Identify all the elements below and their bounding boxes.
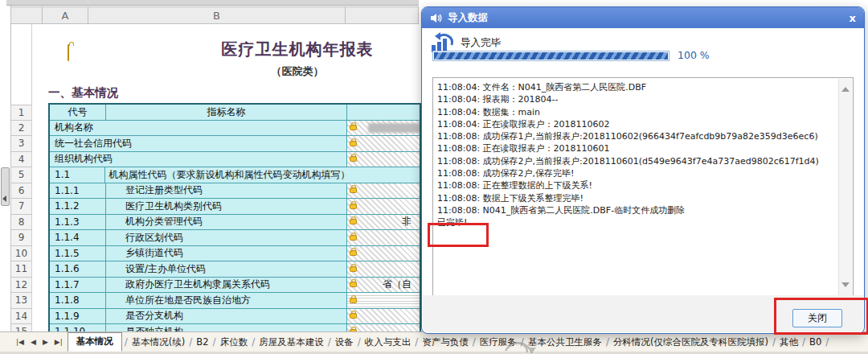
row-number[interactable]: 10 — [10, 246, 32, 262]
row-label: 政府办医疗卫生机构隶属关系代码 — [106, 278, 347, 293]
column-header-b[interactable]: B — [88, 6, 346, 24]
form-title: 医疗卫生机构年报表 — [56, 39, 421, 60]
table-row: 组织机构代码 — [50, 152, 420, 168]
lock-icon — [350, 219, 357, 224]
column-header-a[interactable]: A — [43, 6, 88, 24]
tab-nav-button[interactable]: |◀ — [13, 338, 27, 346]
sheet-tab[interactable]: 其他 — [776, 334, 801, 351]
row-code: 1.1.8 — [50, 293, 106, 308]
value-cell[interactable] — [347, 293, 420, 308]
sheet-tab[interactable]: B0 — [806, 334, 825, 350]
import-data-dialog: 导入数据 x 导入完毕 100 % 11:08:04: 文件名：N041_陕西省… — [421, 6, 865, 334]
log-scrollbar[interactable] — [838, 79, 852, 295]
dialog-titlebar[interactable]: 导入数据 x — [422, 7, 864, 28]
sheet-tab[interactable]: 床位数 — [217, 334, 252, 351]
table-row: 1.1.7政府办医疗卫生机构隶属关系代码省（自 — [50, 278, 420, 294]
row-number[interactable]: 9 — [10, 230, 32, 246]
row-number[interactable]: 2 — [10, 121, 32, 137]
row-code: 1.1.1 — [50, 183, 106, 199]
lock-icon — [350, 235, 357, 241]
close-icon[interactable]: x — [850, 13, 856, 23]
sheet-tab[interactable]: 基本情况(续) — [129, 334, 188, 351]
log-line: 11:08:08: N041_陕西省第二人民医院.DBF-临时文件成功删除 — [437, 204, 833, 216]
tab-nav-button[interactable]: ◀ — [27, 338, 39, 346]
sheet-tab[interactable]: 分科情况(仅综合医院及专科医院填报) — [610, 334, 772, 351]
value-cell[interactable] — [347, 152, 420, 167]
value-cell[interactable] — [347, 309, 420, 324]
sheet-tab[interactable]: B2 — [193, 334, 211, 350]
select-all-corner[interactable] — [10, 6, 43, 24]
lock-icon — [350, 313, 357, 319]
lock-icon — [350, 250, 357, 256]
value-cell[interactable] — [347, 324, 420, 331]
sheet-tab[interactable]: 资产与负债 — [419, 334, 472, 351]
scroll-up-icon[interactable] — [841, 87, 850, 92]
tab-nav-button[interactable]: ▶| — [51, 338, 66, 346]
value-cell[interactable] — [347, 121, 420, 136]
lock-icon — [350, 204, 357, 209]
row-code: 1.1.6 — [50, 261, 106, 277]
sheet-tab[interactable]: 基本情况 — [68, 332, 122, 352]
row-number[interactable]: 1 — [10, 105, 32, 121]
row-number[interactable]: 4 — [10, 152, 32, 168]
column-header-c[interactable] — [346, 6, 419, 24]
annotation-box-close — [774, 298, 868, 335]
table-row: 1.1.5乡镇街道代码 — [50, 246, 420, 262]
row-number[interactable]: 7 — [10, 199, 32, 215]
table-row: 1.1.3机构分类管理代码非 — [50, 215, 420, 231]
log-line: 11:08:08: 成功保存2户,当前报表户:2018110601(d549e9… — [437, 155, 833, 167]
row-number[interactable]: 12 — [10, 278, 32, 294]
log-line: 11:08:04: 报表期：201804-- — [437, 93, 833, 105]
header-code: 代号 — [50, 105, 106, 120]
header-name: 指标名称 — [106, 105, 347, 120]
row-number[interactable]: 5 — [10, 167, 32, 183]
row-label: 机构属性代码（要求新设机构和属性代码变动机构填写） — [105, 167, 420, 183]
value-cell[interactable]: 非 — [347, 215, 420, 230]
row-label: 单位所在地是否民族自治地方 — [106, 293, 347, 308]
row-number[interactable]: 13 — [10, 293, 32, 309]
value-cell[interactable] — [347, 183, 420, 199]
row-number[interactable]: 6 — [10, 183, 32, 200]
table-row: 1.1.4行政区划代码 — [50, 230, 420, 246]
import-log-area[interactable]: 11:08:04: 文件名：N041_陕西省第二人民医院.DBF11:08:04… — [432, 77, 854, 297]
value-cell[interactable] — [347, 136, 420, 151]
row-number[interactable]: 3 — [10, 136, 32, 152]
sheet-tab[interactable]: 收入与支出 — [362, 334, 415, 351]
value-cell[interactable] — [347, 105, 420, 120]
log-line: 11:08:04: 正在读取报表户：2018110602 — [437, 118, 833, 130]
row-label: 机构名称 — [50, 121, 347, 136]
value-cell[interactable] — [347, 261, 420, 277]
row-number[interactable]: 11 — [10, 261, 32, 278]
value-cell[interactable] — [347, 230, 420, 245]
table-row: 代号指标名称 — [50, 105, 420, 121]
speaker-icon — [430, 13, 442, 23]
value-cell[interactable]: 省（自 — [347, 278, 420, 293]
row-number-gutter: 123456789101112131415 — [10, 105, 32, 340]
dialog-title: 导入数据 — [448, 11, 488, 25]
row-code: 1.1.2 — [50, 199, 106, 214]
row-number[interactable]: 8 — [10, 215, 32, 231]
log-line: 11:08:08: 正在读取报表户：2018110601 — [437, 142, 833, 154]
value-cell[interactable] — [347, 199, 420, 214]
redacted-value-blob — [368, 123, 420, 133]
table-row: 1.1.9是否分支机构 — [50, 309, 420, 325]
scroll-down-icon[interactable] — [841, 282, 850, 287]
sheet-tab[interactable]: 房屋及基本建设 — [256, 334, 327, 351]
row-code: 1.1.10 — [50, 324, 106, 331]
row-code: 1.1.7 — [50, 278, 106, 293]
column-headers: A B — [10, 6, 419, 24]
row-label: 行政区划代码 — [106, 230, 347, 245]
row-label: 是否独立机构 — [106, 324, 347, 331]
pane-split-handle[interactable] — [1, 167, 10, 206]
table-row: 1.1.10是否独立机构 — [50, 324, 420, 331]
sheet-tab[interactable]: 设备 — [332, 334, 357, 351]
import-status-text: 导入完毕 — [461, 36, 501, 50]
form-subtitle: （医院类） — [56, 64, 421, 79]
table-row: 1.1.8单位所在地是否民族自治地方 — [50, 293, 420, 309]
row-label: 组织机构代码 — [50, 152, 347, 167]
row-label: 统一社会信用代码 — [50, 136, 347, 151]
row-number[interactable]: 14 — [10, 309, 32, 325]
value-cell[interactable] — [347, 246, 420, 261]
value-text: 省（自 — [383, 278, 420, 291]
tab-nav-button[interactable]: ▶ — [39, 338, 51, 346]
